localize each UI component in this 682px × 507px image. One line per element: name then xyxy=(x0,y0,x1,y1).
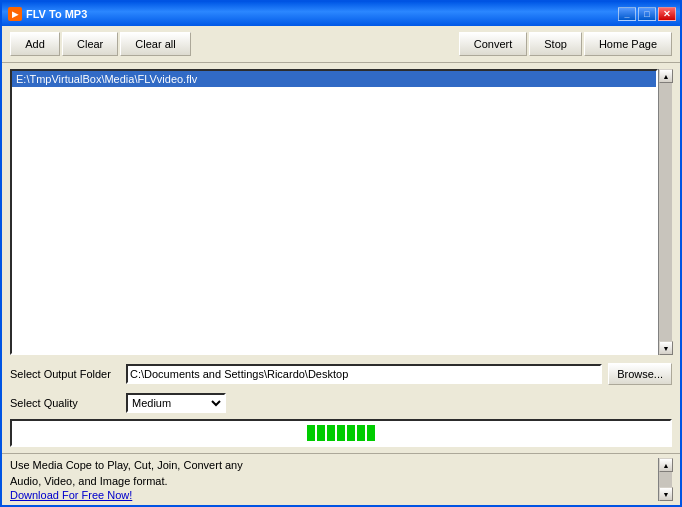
progress-bar xyxy=(10,419,672,447)
scroll-down-arrow[interactable]: ▼ xyxy=(659,341,673,355)
homepage-button[interactable]: Home Page xyxy=(584,32,672,56)
file-list[interactable]: E:\TmpVirtualBox\Media\FLVvideo.flv xyxy=(10,69,658,355)
status-scrollbar[interactable]: ▲ ▼ xyxy=(658,458,672,501)
window-title: FLV To MP3 xyxy=(26,8,87,20)
scroll-track xyxy=(659,83,672,341)
progress-segments xyxy=(307,425,375,441)
add-button[interactable]: Add xyxy=(10,32,60,56)
progress-segment-7 xyxy=(367,425,375,441)
convert-button[interactable]: Convert xyxy=(459,32,528,56)
clear-button[interactable]: Clear xyxy=(62,32,118,56)
progress-segment-5 xyxy=(347,425,355,441)
clear-all-button[interactable]: Clear all xyxy=(120,32,190,56)
main-content: E:\TmpVirtualBox\Media\FLVvideo.flv ▲ ▼ xyxy=(2,63,680,361)
status-scroll-track xyxy=(659,472,672,487)
app-icon: ▶ xyxy=(8,7,22,21)
quality-select[interactable]: Low Medium High xyxy=(126,393,226,413)
status-line1: Use Media Cope to Play, Cut, Join, Conve… xyxy=(10,458,658,473)
browse-button[interactable]: Browse... xyxy=(608,363,672,385)
quality-row: Select Quality Low Medium High xyxy=(10,391,672,415)
progress-segment-3 xyxy=(327,425,335,441)
progress-segment-1 xyxy=(307,425,315,441)
close-button[interactable]: ✕ xyxy=(658,7,676,21)
minimize-button[interactable]: _ xyxy=(618,7,636,21)
output-folder-input[interactable] xyxy=(126,364,602,384)
maximize-button[interactable]: □ xyxy=(638,7,656,21)
status-text-content: Use Media Cope to Play, Cut, Join, Conve… xyxy=(10,458,658,501)
quality-label: Select Quality xyxy=(10,397,120,409)
status-scroll-down[interactable]: ▼ xyxy=(659,487,673,501)
main-window: ▶ FLV To MP3 _ □ ✕ Add Clear Clear all C… xyxy=(0,0,682,507)
output-folder-row: Select Output Folder Browse... xyxy=(10,361,672,387)
download-link[interactable]: Download For Free Now! xyxy=(10,489,132,501)
status-content-area: Use Media Cope to Play, Cut, Join, Conve… xyxy=(10,458,672,501)
file-list-container: E:\TmpVirtualBox\Media\FLVvideo.flv ▲ ▼ xyxy=(10,69,672,355)
list-item[interactable]: E:\TmpVirtualBox\Media\FLVvideo.flv xyxy=(12,71,656,87)
stop-button[interactable]: Stop xyxy=(529,32,582,56)
file-list-scrollbar[interactable]: ▲ ▼ xyxy=(658,69,672,355)
bottom-panel: Select Output Folder Browse... Select Qu… xyxy=(2,361,680,453)
status-bar: Use Media Cope to Play, Cut, Join, Conve… xyxy=(2,453,680,505)
status-line2: Audio, Video, and Image format. xyxy=(10,474,658,489)
scroll-up-arrow[interactable]: ▲ xyxy=(659,69,673,83)
progress-segment-2 xyxy=(317,425,325,441)
status-scroll-up[interactable]: ▲ xyxy=(659,458,673,472)
output-folder-label: Select Output Folder xyxy=(10,368,120,380)
toolbar-spacer xyxy=(193,32,457,56)
title-bar: ▶ FLV To MP3 _ □ ✕ xyxy=(2,2,680,26)
progress-segment-4 xyxy=(337,425,345,441)
toolbar: Add Clear Clear all Convert Stop Home Pa… xyxy=(2,26,680,63)
window-controls: _ □ ✕ xyxy=(618,7,676,21)
progress-segment-6 xyxy=(357,425,365,441)
